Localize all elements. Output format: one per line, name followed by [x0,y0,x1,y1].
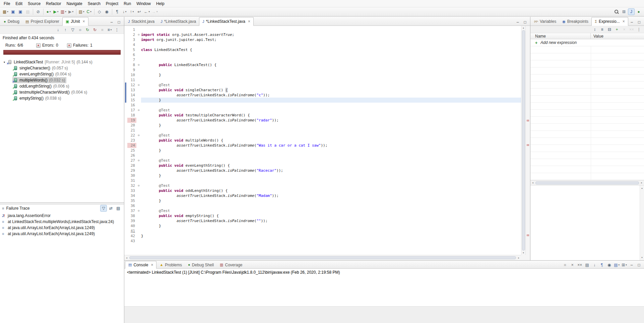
annotation-ruler-cell[interactable] [124,138,127,143]
menu-item-file[interactable]: File [1,0,13,7]
code-line-text[interactable]: public void emptyString() { [141,213,521,218]
open-type-button[interactable]: ◇ [96,8,103,15]
expressions-table-body[interactable] [530,46,644,180]
save-all-button[interactable]: ▣ [17,8,24,15]
junit-test-item[interactable]: ✓testmultipleCharacterWord()(0.004 s) [0,89,124,95]
tab-console[interactable]: ▤Console× [125,261,156,269]
menu-item-help[interactable]: Help [153,0,167,7]
open-perspective-button[interactable]: ⊞ [621,8,627,15]
code-line-text[interactable]: } [141,148,521,153]
annotation-ruler-cell[interactable] [124,238,127,244]
scroll-down-icon[interactable]: ▾ [641,256,643,260]
annotation-ruler-cell[interactable] [124,213,127,218]
close-tab-icon[interactable]: × [623,19,625,23]
tab-debug[interactable]: ●Debug [1,17,22,25]
annotation-ruler-cell[interactable] [124,47,127,52]
add-expression-button[interactable]: + [614,26,620,33]
code-line-text[interactable] [141,128,521,133]
annotation-ruler-cell[interactable] [124,233,127,238]
tab-breakpoints[interactable]: ◉Breakpoints [559,17,591,25]
tree-expander-icon[interactable]: ▾ [2,61,7,64]
annotation-ruler-cell[interactable] [124,72,127,77]
maximize-view-button[interactable]: □ [636,19,643,25]
scroll-left-icon[interactable]: ◂ [124,257,129,259]
junit-test-item[interactable]: ✓evenLengthString()(0.004 s) [0,71,124,77]
menu-item-window[interactable]: Window [134,0,153,7]
failures-only-toggle[interactable]: ▽ [69,26,76,33]
fold-collapse-icon[interactable]: ⊖ [136,208,141,213]
code-line-text[interactable] [141,77,521,83]
code-line-text[interactable] [141,238,521,244]
coverage-button[interactable]: ▥▾ [60,8,67,15]
back-button[interactable]: ←▾ [143,8,151,15]
next-failed-test-button[interactable]: ↓ [55,26,61,33]
annotation-ruler-cell[interactable] [124,88,127,93]
code-line-text[interactable]: assertTrue(LinkedStack.isPalindrome("Mad… [141,193,521,198]
code-line-text[interactable] [141,103,521,108]
test-run-history-button[interactable]: ≡▾ [106,26,113,33]
annotation-ruler-cell[interactable] [124,83,127,88]
tab-coverage[interactable]: ▥Coverage [217,261,245,268]
expression-detail-pane[interactable]: ▴ ▾ [530,185,644,260]
open-console-button[interactable]: ⊞▾ [621,262,628,268]
menu-item-project[interactable]: Project [103,0,121,7]
code-line-text[interactable]: } [141,98,521,103]
annotation-ruler-cell[interactable] [124,62,127,67]
close-tab-icon[interactable]: × [248,19,250,23]
horizontal-scrollbar-thumb[interactable] [535,181,639,184]
skip-all-breakpoints-button[interactable]: ⊘ [35,8,42,15]
code-line-text[interactable]: @Test [141,108,521,113]
add-new-expression-row[interactable]: + Add new expression [530,39,644,46]
code-line-text[interactable]: @Test [141,133,521,138]
annotation-ruler-cell[interactable] [124,108,127,113]
copy-failure-list-button[interactable]: ▤ [115,205,122,212]
fold-collapse-icon[interactable]: ⊖ [136,32,141,37]
failure-trace-sash[interactable] [0,202,124,205]
collapse-all-button[interactable]: ⊟ [606,26,613,33]
annotation-ruler-cell[interactable] [124,98,127,103]
editor-horizontal-scrollbar[interactable]: ◂ ▸ [124,255,521,260]
tab-linkedstack-java[interactable]: J*LinkedStack.java [157,17,199,25]
annotation-ruler-cell[interactable] [124,198,127,203]
expressions-horizontal-scrollbar[interactable]: ◂ ▸ [530,180,644,185]
junit-test-item[interactable]: ×multipleWords()(0.032 s) [0,77,124,83]
editor-overview-ruler[interactable] [525,26,530,255]
show-skipped-toggle[interactable]: ○ [77,26,83,33]
junit-test-item[interactable]: ✓singleCharacter()(0.057 s) [0,65,124,71]
code-line-text[interactable]: @Test [141,183,521,188]
annotation-ruler-cell[interactable] [124,168,127,173]
junit-test-item[interactable]: ✓emptyString()(0.038 s) [0,95,124,101]
debug-perspective-button[interactable]: ● [635,8,642,15]
menu-item-source[interactable]: Source [25,0,43,7]
junit-view-menu[interactable]: ⋮ [114,26,120,33]
code-line-text[interactable]: public LinkedStackTest() { [141,62,521,67]
last-edit-location-button[interactable]: ↩ [136,8,143,15]
maximize-view-button[interactable]: □ [116,19,122,25]
menu-item-search[interactable]: Search [85,0,103,7]
new-class-button[interactable]: C▾ [86,8,92,15]
close-tab-icon[interactable]: × [151,263,153,267]
minimize-view-button[interactable]: – [628,262,635,268]
mark-occurrences-toggle[interactable]: ¶ [114,8,121,15]
annotation-ruler-cell[interactable] [124,52,127,57]
code-line-text[interactable]: } [141,198,521,203]
fold-collapse-icon[interactable]: ⊖ [136,62,141,67]
code-line-text[interactable] [141,178,521,183]
scroll-right-icon[interactable]: ▸ [639,181,644,184]
scroll-up-icon[interactable]: ▴ [523,26,524,30]
change-marker[interactable] [527,144,529,146]
scroll-up-icon[interactable]: ▴ [641,186,643,190]
annotation-ruler-cell[interactable] [124,123,127,128]
scroll-right-icon[interactable]: ▸ [516,257,521,259]
tab-junit[interactable]: ▣JUnit× [62,17,88,26]
code-line-text[interactable]: } [141,173,521,178]
annotation-ruler-cell[interactable] [124,183,127,188]
scroll-left-icon[interactable]: ◂ [530,181,535,184]
code-line-text[interactable] [141,228,521,233]
detail-vertical-scrollbar[interactable]: ▴ ▾ [640,185,644,260]
horizontal-scrollbar-thumb[interactable] [129,256,516,259]
tab-debug-shell[interactable]: ●Debug Shell [185,261,217,268]
new-java-project-button[interactable]: ▧▾ [78,8,85,15]
code-line-text[interactable] [141,42,521,47]
annotation-ruler-cell[interactable] [124,118,127,123]
